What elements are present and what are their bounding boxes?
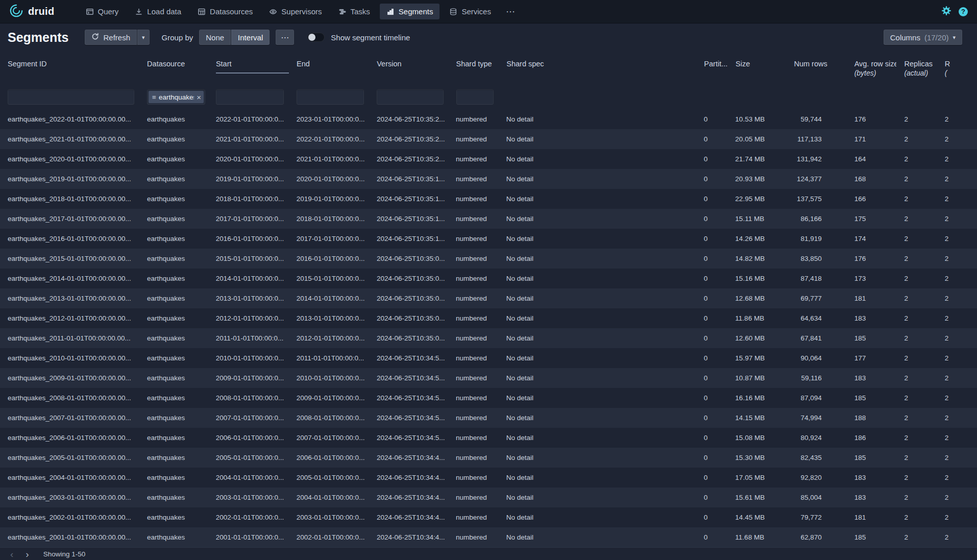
cell-num-rows: 74,994: [786, 414, 847, 422]
column-header-partition[interactable]: Partit...: [696, 51, 728, 85]
next-page-button[interactable]: ›: [20, 549, 34, 559]
column-header-avg-row-size[interactable]: Avg. row size(bytes): [847, 51, 897, 85]
column-header-shard-type[interactable]: Shard type: [449, 51, 499, 85]
table-row[interactable]: earthquakes_2001-01-01T00:00:00.00... ea…: [0, 527, 977, 547]
cell-shard-type: numbered: [448, 514, 499, 521]
end-filter-input[interactable]: [297, 89, 364, 105]
nav-item-tasks[interactable]: Tasks: [332, 4, 377, 19]
table-row[interactable]: earthquakes_2007-01-01T00:00:00.00... ea…: [0, 408, 977, 428]
cell-segment-id: earthquakes_2011-01-01T00:00:00.00...: [0, 334, 139, 342]
brand[interactable]: druid: [9, 4, 55, 20]
cell-clipped: 2: [937, 175, 977, 183]
shard-type-filter-input[interactable]: [456, 89, 494, 105]
more-icon: ⋯: [506, 6, 515, 17]
cell-version: 2024-06-25T10:35:2...: [369, 155, 448, 163]
remove-filter-icon[interactable]: ×: [197, 93, 201, 102]
nav-item-query[interactable]: Query: [79, 4, 126, 19]
cell-partition: 0: [696, 255, 728, 262]
refresh-button[interactable]: Refresh: [85, 30, 137, 45]
datasource-filter-chip[interactable]: ≡ earthquakes ×: [149, 91, 204, 103]
cell-replicas: 2: [896, 215, 937, 223]
cell-partition: 0: [696, 434, 728, 442]
column-header-segment-id[interactable]: Segment ID: [0, 51, 139, 85]
cell-version: 2024-06-25T10:35:0...: [369, 314, 448, 322]
settings-button[interactable]: [941, 6, 951, 18]
datasource-filter-input[interactable]: ≡ earthquakes ×: [147, 89, 205, 105]
segment-id-filter-input[interactable]: [8, 89, 134, 105]
nav-item-segments[interactable]: Segments: [380, 4, 440, 19]
table-row[interactable]: earthquakes_2015-01-01T00:00:00.00... ea…: [0, 249, 977, 269]
version-filter-input[interactable]: [377, 89, 443, 105]
nav-item-supervisors[interactable]: Supervisors: [262, 4, 328, 19]
table-row[interactable]: earthquakes_2018-01-01T00:00:00.00... ea…: [0, 189, 977, 209]
cell-avg-row-size: 176: [847, 255, 897, 262]
table-row[interactable]: earthquakes_2002-01-01T00:00:00.00... ea…: [0, 507, 977, 527]
table-row[interactable]: earthquakes_2019-01-01T00:00:00.00... ea…: [0, 169, 977, 189]
cell-end: 2003-01-01T00:00:0...: [289, 514, 369, 521]
cell-start: 2001-01-01T00:00:0...: [208, 533, 289, 541]
cell-segment-id: earthquakes_2009-01-01T00:00:00.00...: [0, 374, 139, 382]
cell-num-rows: 124,377: [786, 175, 847, 183]
cell-datasource: earthquakes: [139, 235, 208, 242]
cell-segment-id: earthquakes_2007-01-01T00:00:00.00...: [0, 414, 139, 422]
nav-item-load-data[interactable]: Load data: [128, 4, 188, 19]
table-row[interactable]: earthquakes_2008-01-01T00:00:00.00... ea…: [0, 388, 977, 408]
cell-replicas: 2: [896, 414, 937, 422]
cell-clipped: 2: [937, 514, 977, 521]
column-header-replicas[interactable]: Replicas(actual): [896, 51, 937, 85]
refresh-dropdown-button[interactable]: ▾: [137, 30, 150, 45]
nav-item-services[interactable]: Services: [443, 4, 498, 19]
cell-segment-id: earthquakes_2010-01-01T00:00:00.00...: [0, 354, 139, 362]
table-row[interactable]: earthquakes_2004-01-01T00:00:00.00... ea…: [0, 468, 977, 488]
column-header-start[interactable]: Start: [208, 51, 289, 85]
previous-page-button[interactable]: ‹: [5, 549, 18, 559]
cell-end: 2004-01-01T00:00:0...: [289, 494, 369, 501]
table-row[interactable]: earthquakes_2013-01-01T00:00:00.00... ea…: [0, 288, 977, 308]
group-by-none-button[interactable]: None: [199, 30, 231, 45]
table-row[interactable]: earthquakes_2010-01-01T00:00:00.00... ea…: [0, 348, 977, 368]
start-filter-input[interactable]: [216, 89, 284, 105]
group-by-interval-button[interactable]: Interval: [231, 30, 270, 45]
column-header-shard-spec[interactable]: Shard spec: [499, 51, 696, 85]
column-header-num-rows[interactable]: Num rows: [786, 51, 846, 85]
cell-start: 2011-01-01T00:00:0...: [208, 334, 289, 342]
toolbar-more-button[interactable]: ⋯: [276, 30, 294, 45]
table-row[interactable]: earthquakes_2006-01-01T00:00:00.00... ea…: [0, 428, 977, 448]
column-header-end[interactable]: End: [289, 51, 369, 85]
table-row[interactable]: earthquakes_2011-01-01T00:00:00.00... ea…: [0, 328, 977, 348]
cell-avg-row-size: 173: [847, 275, 897, 282]
column-header-size[interactable]: Size: [728, 51, 786, 85]
nav-item-datasources[interactable]: Datasources: [191, 4, 259, 19]
cell-avg-row-size: 183: [847, 494, 897, 501]
columns-button[interactable]: Columns (17/20) ▾: [884, 30, 962, 45]
table-row[interactable]: earthquakes_2016-01-01T00:00:00.00... ea…: [0, 229, 977, 249]
column-header-clipped[interactable]: R(: [937, 51, 977, 85]
cell-segment-id: earthquakes_2016-01-01T00:00:00.00...: [0, 235, 139, 242]
cell-start: 2008-01-01T00:00:0...: [208, 394, 289, 402]
segment-timeline-toggle[interactable]: [307, 33, 325, 42]
cell-avg-row-size: 183: [847, 474, 897, 481]
table-row[interactable]: earthquakes_2012-01-01T00:00:00.00... ea…: [0, 308, 977, 328]
table-row[interactable]: earthquakes_2020-01-01T00:00:00.00... ea…: [0, 149, 977, 169]
cell-clipped: 2: [937, 215, 977, 223]
help-button[interactable]: ?: [959, 7, 968, 16]
table-row[interactable]: earthquakes_2014-01-01T00:00:00.00... ea…: [0, 269, 977, 288]
column-header-datasource[interactable]: Datasource: [139, 51, 208, 85]
cell-end: 2014-01-01T00:00:0...: [289, 295, 369, 302]
refresh-label: Refresh: [103, 33, 130, 42]
nav-more-button[interactable]: ⋯: [501, 3, 520, 21]
table-row[interactable]: earthquakes_2003-01-01T00:00:00.00... ea…: [0, 488, 977, 507]
table-row[interactable]: earthquakes_2009-01-01T00:00:00.00... ea…: [0, 368, 977, 388]
cell-replicas: 2: [896, 494, 937, 501]
cell-start: 2016-01-01T00:00:0...: [208, 235, 289, 242]
filter-icon: ≡: [152, 93, 156, 101]
table-row[interactable]: earthquakes_2022-01-01T00:00:00.00... ea…: [0, 109, 977, 129]
column-header-version[interactable]: Version: [369, 51, 448, 85]
cell-end: 2021-01-01T00:00:0...: [289, 155, 369, 163]
table-row[interactable]: earthquakes_2021-01-01T00:00:00.00... ea…: [0, 129, 977, 149]
cell-replicas: 2: [896, 115, 937, 123]
cell-partition: 0: [696, 175, 728, 183]
table-row[interactable]: earthquakes_2005-01-01T00:00:00.00... ea…: [0, 448, 977, 468]
table-row[interactable]: earthquakes_2017-01-01T00:00:00.00... ea…: [0, 209, 977, 229]
cell-segment-id: earthquakes_2006-01-01T00:00:00.00...: [0, 434, 139, 442]
